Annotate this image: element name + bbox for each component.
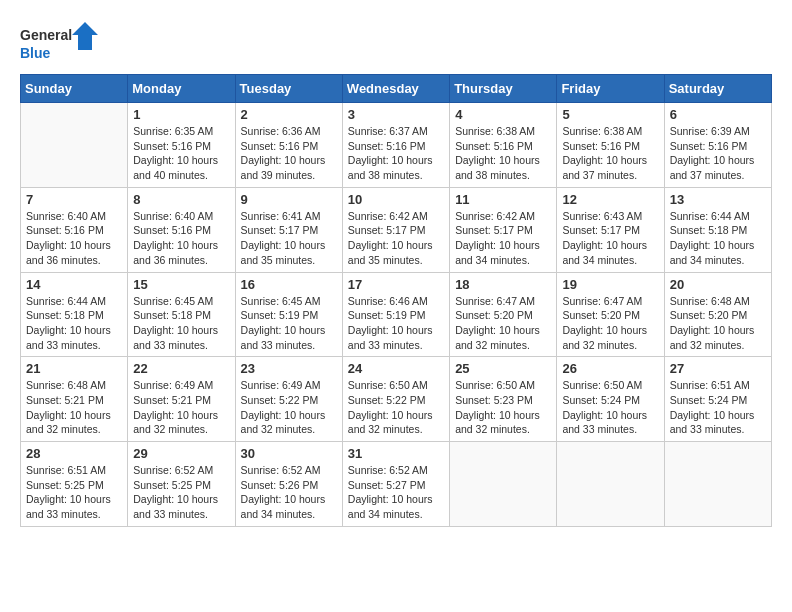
calendar-cell: 28Sunrise: 6:51 AM Sunset: 5:25 PM Dayli… <box>21 442 128 527</box>
day-number: 21 <box>26 361 122 376</box>
day-info: Sunrise: 6:42 AM Sunset: 5:17 PM Dayligh… <box>455 209 551 268</box>
day-number: 11 <box>455 192 551 207</box>
day-info: Sunrise: 6:38 AM Sunset: 5:16 PM Dayligh… <box>455 124 551 183</box>
calendar-cell <box>664 442 771 527</box>
svg-marker-2 <box>72 22 98 50</box>
day-number: 14 <box>26 277 122 292</box>
week-row-1: 1Sunrise: 6:35 AM Sunset: 5:16 PM Daylig… <box>21 103 772 188</box>
calendar-cell: 5Sunrise: 6:38 AM Sunset: 5:16 PM Daylig… <box>557 103 664 188</box>
day-info: Sunrise: 6:47 AM Sunset: 5:20 PM Dayligh… <box>455 294 551 353</box>
day-info: Sunrise: 6:44 AM Sunset: 5:18 PM Dayligh… <box>670 209 766 268</box>
calendar-cell: 4Sunrise: 6:38 AM Sunset: 5:16 PM Daylig… <box>450 103 557 188</box>
calendar-cell: 6Sunrise: 6:39 AM Sunset: 5:16 PM Daylig… <box>664 103 771 188</box>
calendar-cell: 12Sunrise: 6:43 AM Sunset: 5:17 PM Dayli… <box>557 187 664 272</box>
calendar-cell: 22Sunrise: 6:49 AM Sunset: 5:21 PM Dayli… <box>128 357 235 442</box>
week-row-5: 28Sunrise: 6:51 AM Sunset: 5:25 PM Dayli… <box>21 442 772 527</box>
day-number: 6 <box>670 107 766 122</box>
day-info: Sunrise: 6:39 AM Sunset: 5:16 PM Dayligh… <box>670 124 766 183</box>
day-info: Sunrise: 6:45 AM Sunset: 5:18 PM Dayligh… <box>133 294 229 353</box>
day-info: Sunrise: 6:43 AM Sunset: 5:17 PM Dayligh… <box>562 209 658 268</box>
day-info: Sunrise: 6:45 AM Sunset: 5:19 PM Dayligh… <box>241 294 337 353</box>
day-number: 30 <box>241 446 337 461</box>
day-number: 5 <box>562 107 658 122</box>
calendar-cell: 3Sunrise: 6:37 AM Sunset: 5:16 PM Daylig… <box>342 103 449 188</box>
weekday-header-sunday: Sunday <box>21 75 128 103</box>
day-info: Sunrise: 6:46 AM Sunset: 5:19 PM Dayligh… <box>348 294 444 353</box>
day-number: 27 <box>670 361 766 376</box>
day-info: Sunrise: 6:41 AM Sunset: 5:17 PM Dayligh… <box>241 209 337 268</box>
day-info: Sunrise: 6:49 AM Sunset: 5:22 PM Dayligh… <box>241 378 337 437</box>
day-info: Sunrise: 6:37 AM Sunset: 5:16 PM Dayligh… <box>348 124 444 183</box>
day-number: 26 <box>562 361 658 376</box>
calendar-cell <box>557 442 664 527</box>
day-number: 8 <box>133 192 229 207</box>
logo: General Blue <box>20 20 100 64</box>
day-number: 9 <box>241 192 337 207</box>
day-number: 25 <box>455 361 551 376</box>
day-info: Sunrise: 6:49 AM Sunset: 5:21 PM Dayligh… <box>133 378 229 437</box>
day-info: Sunrise: 6:38 AM Sunset: 5:16 PM Dayligh… <box>562 124 658 183</box>
day-number: 20 <box>670 277 766 292</box>
weekday-header-monday: Monday <box>128 75 235 103</box>
day-number: 16 <box>241 277 337 292</box>
calendar-cell: 29Sunrise: 6:52 AM Sunset: 5:25 PM Dayli… <box>128 442 235 527</box>
day-info: Sunrise: 6:52 AM Sunset: 5:27 PM Dayligh… <box>348 463 444 522</box>
calendar-cell: 27Sunrise: 6:51 AM Sunset: 5:24 PM Dayli… <box>664 357 771 442</box>
day-number: 1 <box>133 107 229 122</box>
day-number: 22 <box>133 361 229 376</box>
calendar-cell: 17Sunrise: 6:46 AM Sunset: 5:19 PM Dayli… <box>342 272 449 357</box>
weekday-header-saturday: Saturday <box>664 75 771 103</box>
calendar-cell: 19Sunrise: 6:47 AM Sunset: 5:20 PM Dayli… <box>557 272 664 357</box>
calendar-cell: 23Sunrise: 6:49 AM Sunset: 5:22 PM Dayli… <box>235 357 342 442</box>
day-number: 7 <box>26 192 122 207</box>
weekday-header-thursday: Thursday <box>450 75 557 103</box>
calendar-cell <box>21 103 128 188</box>
day-number: 31 <box>348 446 444 461</box>
day-info: Sunrise: 6:52 AM Sunset: 5:25 PM Dayligh… <box>133 463 229 522</box>
day-info: Sunrise: 6:35 AM Sunset: 5:16 PM Dayligh… <box>133 124 229 183</box>
day-info: Sunrise: 6:51 AM Sunset: 5:24 PM Dayligh… <box>670 378 766 437</box>
weekday-header-friday: Friday <box>557 75 664 103</box>
day-info: Sunrise: 6:36 AM Sunset: 5:16 PM Dayligh… <box>241 124 337 183</box>
calendar-cell: 16Sunrise: 6:45 AM Sunset: 5:19 PM Dayli… <box>235 272 342 357</box>
day-number: 18 <box>455 277 551 292</box>
day-info: Sunrise: 6:52 AM Sunset: 5:26 PM Dayligh… <box>241 463 337 522</box>
day-number: 17 <box>348 277 444 292</box>
calendar-cell: 7Sunrise: 6:40 AM Sunset: 5:16 PM Daylig… <box>21 187 128 272</box>
day-info: Sunrise: 6:50 AM Sunset: 5:24 PM Dayligh… <box>562 378 658 437</box>
calendar-cell: 30Sunrise: 6:52 AM Sunset: 5:26 PM Dayli… <box>235 442 342 527</box>
calendar-table: SundayMondayTuesdayWednesdayThursdayFrid… <box>20 74 772 527</box>
week-row-2: 7Sunrise: 6:40 AM Sunset: 5:16 PM Daylig… <box>21 187 772 272</box>
day-number: 12 <box>562 192 658 207</box>
calendar-cell: 20Sunrise: 6:48 AM Sunset: 5:20 PM Dayli… <box>664 272 771 357</box>
calendar-cell: 10Sunrise: 6:42 AM Sunset: 5:17 PM Dayli… <box>342 187 449 272</box>
day-number: 23 <box>241 361 337 376</box>
page-header: General Blue <box>20 20 772 64</box>
calendar-cell: 14Sunrise: 6:44 AM Sunset: 5:18 PM Dayli… <box>21 272 128 357</box>
day-info: Sunrise: 6:50 AM Sunset: 5:23 PM Dayligh… <box>455 378 551 437</box>
day-info: Sunrise: 6:48 AM Sunset: 5:21 PM Dayligh… <box>26 378 122 437</box>
day-info: Sunrise: 6:47 AM Sunset: 5:20 PM Dayligh… <box>562 294 658 353</box>
calendar-cell: 2Sunrise: 6:36 AM Sunset: 5:16 PM Daylig… <box>235 103 342 188</box>
day-number: 19 <box>562 277 658 292</box>
week-row-4: 21Sunrise: 6:48 AM Sunset: 5:21 PM Dayli… <box>21 357 772 442</box>
calendar-cell: 21Sunrise: 6:48 AM Sunset: 5:21 PM Dayli… <box>21 357 128 442</box>
day-info: Sunrise: 6:42 AM Sunset: 5:17 PM Dayligh… <box>348 209 444 268</box>
day-info: Sunrise: 6:40 AM Sunset: 5:16 PM Dayligh… <box>133 209 229 268</box>
calendar-cell <box>450 442 557 527</box>
svg-text:General: General <box>20 27 72 43</box>
day-number: 29 <box>133 446 229 461</box>
calendar-cell: 11Sunrise: 6:42 AM Sunset: 5:17 PM Dayli… <box>450 187 557 272</box>
calendar-cell: 25Sunrise: 6:50 AM Sunset: 5:23 PM Dayli… <box>450 357 557 442</box>
week-row-3: 14Sunrise: 6:44 AM Sunset: 5:18 PM Dayli… <box>21 272 772 357</box>
calendar-cell: 18Sunrise: 6:47 AM Sunset: 5:20 PM Dayli… <box>450 272 557 357</box>
calendar-cell: 1Sunrise: 6:35 AM Sunset: 5:16 PM Daylig… <box>128 103 235 188</box>
day-info: Sunrise: 6:50 AM Sunset: 5:22 PM Dayligh… <box>348 378 444 437</box>
calendar-cell: 13Sunrise: 6:44 AM Sunset: 5:18 PM Dayli… <box>664 187 771 272</box>
day-number: 4 <box>455 107 551 122</box>
weekday-header-wednesday: Wednesday <box>342 75 449 103</box>
svg-text:Blue: Blue <box>20 45 51 61</box>
calendar-cell: 26Sunrise: 6:50 AM Sunset: 5:24 PM Dayli… <box>557 357 664 442</box>
logo-svg: General Blue <box>20 20 100 64</box>
day-info: Sunrise: 6:48 AM Sunset: 5:20 PM Dayligh… <box>670 294 766 353</box>
